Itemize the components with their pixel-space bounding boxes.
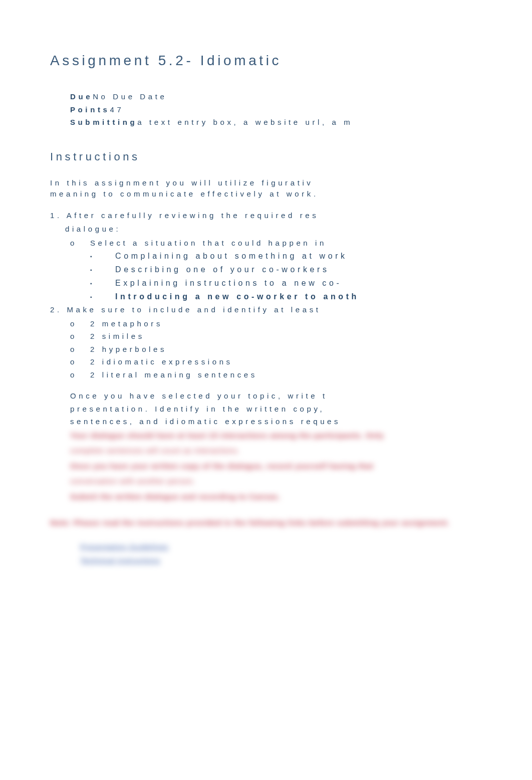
blurred-content: Your dialogue should have at least 15 in… [50,430,502,503]
submit-value: a text entry box, a website url, a m [137,118,353,126]
req-metaphors: 2 metaphors [70,318,502,330]
link-presentation-guidelines[interactable]: Presentation Guidelines [80,541,502,553]
intro-paragraph: In this assignment you will utilize figu… [50,177,502,200]
points-label: Points [70,105,110,114]
assignment-title: Assignment 5.2- Idiomatic [50,50,502,71]
step-2: 2. Make sure to include and identify at … [50,304,502,316]
situation-1: Complaining about something at work [90,250,502,262]
blur-line-3: Submit the written dialogue and recordin… [70,491,502,503]
submit-label: Submitting [70,118,137,126]
requirements-list: 2 metaphors 2 similes 2 hyperboles 2 idi… [50,318,502,381]
topic-instructions: Once you have selected your topic, write… [50,391,502,402]
req-similes: 2 similes [70,331,502,342]
link-technical-instructions[interactable]: Technical Instructions [80,555,502,566]
step-1-select: Select a situation that could happen in [50,238,502,249]
blurred-links: Presentation Guidelines Technical Instru… [50,541,502,566]
topic-write: Once you have selected your topic, write… [70,391,502,402]
topic-cont-1: presentation. Identify in the written co… [50,404,502,415]
due-label: Due [70,92,93,101]
step-1-sub: dialogue: [50,224,502,235]
instructions-heading: Instructions [50,148,502,165]
blur-line-2b: conversation with another person. [70,476,502,487]
blur-line-2: Once you have your written copy of the d… [70,461,502,472]
meta-points: Points47 [70,104,502,116]
req-idiomatic: 2 idiomatic expressions [70,356,502,368]
assignment-meta: DueNo Due Date Points47 Submittinga text… [50,91,502,128]
points-value: 47 [110,105,124,114]
meta-due: DueNo Due Date [70,91,502,103]
req-literal: 2 literal meaning sentences [70,369,502,381]
situation-options: Complaining about something at work Desc… [50,250,502,303]
situation-2: Describing one of your co-workers [90,264,502,276]
blur-line-1b: complete sentences will count as interac… [70,445,502,457]
step-1: 1. After carefully reviewing the require… [50,210,502,222]
topic-cont-2: sentences, and idiomatic expressions req… [50,416,502,428]
blur-line-1: Your dialogue should have at least 15 in… [70,430,502,442]
meta-submitting: Submittinga text entry box, a website ur… [70,117,502,128]
situation-3: Explaining instructions to a new co- [90,277,502,289]
req-hyperboles: 2 hyperboles [70,344,502,355]
select-situation: Select a situation that could happen in [70,238,502,249]
due-value: No Due Date [93,92,167,101]
blurred-note: Note: Please read the instructions provi… [50,517,502,529]
situation-4: Introducing a new co-worker to anoth [90,291,502,303]
